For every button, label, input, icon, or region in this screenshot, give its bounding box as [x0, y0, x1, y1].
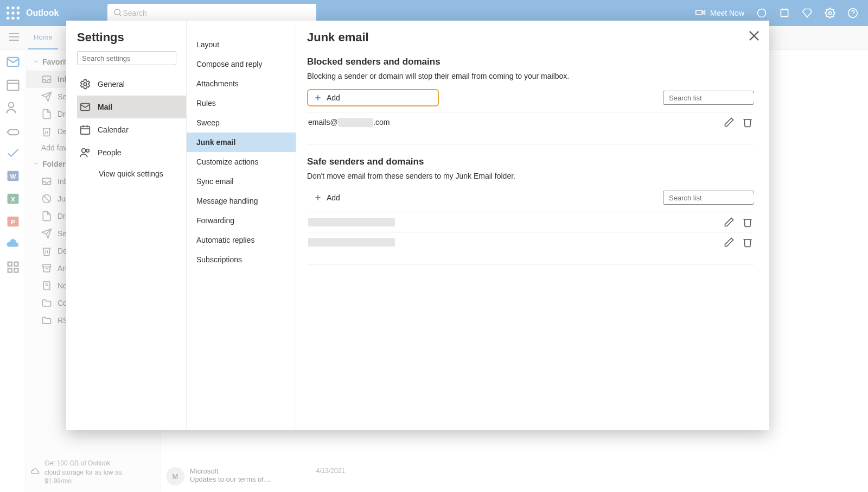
subnav-junk-email[interactable]: Junk email	[187, 133, 296, 152]
pane-title: Junk email	[307, 30, 754, 45]
svg-point-59	[82, 149, 86, 153]
section-divider	[307, 144, 754, 144]
blocked-entry: emails@██████.com	[307, 112, 754, 132]
safe-desc: Don't move email from these senders to m…	[307, 172, 754, 180]
subnav-subscriptions[interactable]: Subscriptions	[187, 250, 296, 269]
safe-entry: hidden	[307, 212, 754, 232]
settings-title: Settings	[77, 30, 186, 45]
subnav-forwarding[interactable]: Forwarding	[187, 211, 296, 230]
settings-item-mail[interactable]: Mail	[77, 96, 186, 118]
delete-icon[interactable]	[742, 237, 753, 248]
blocked-desc: Blocking a sender or domain will stop th…	[307, 72, 754, 80]
search-settings-input[interactable]	[82, 54, 173, 62]
blocked-search-input[interactable]	[669, 94, 760, 102]
safe-heading: Safe senders and domains	[307, 156, 754, 167]
safe-add-button[interactable]: Add	[307, 189, 347, 206]
subnav-automatic-replies[interactable]: Automatic replies	[187, 230, 296, 250]
gear-icon	[79, 78, 91, 90]
svg-rect-55	[81, 127, 90, 135]
safe-senders-section: Safe senders and domains Don't move emai…	[307, 156, 754, 252]
close-icon[interactable]	[746, 28, 762, 43]
svg-point-53	[84, 83, 87, 86]
safe-search[interactable]	[663, 191, 754, 205]
blocked-add-label: Add	[327, 93, 340, 102]
view-quick-settings[interactable]: View quick settings	[77, 164, 186, 184]
safe-address: hidden	[308, 238, 724, 247]
blocked-senders-section: Blocked senders and domains Blocking a s…	[307, 56, 754, 132]
settings-subnav: LayoutCompose and replyAttachmentsRulesS…	[187, 21, 296, 430]
blocked-search[interactable]	[663, 91, 754, 105]
delete-icon[interactable]	[742, 217, 753, 228]
subnav-sweep[interactable]: Sweep	[187, 113, 296, 133]
subnav-attachments[interactable]: Attachments	[187, 74, 296, 93]
subnav-customize-actions[interactable]: Customize actions	[187, 152, 296, 172]
safe-address: hidden	[308, 218, 724, 226]
settings-dialog: Settings GeneralMailCalendarPeople View …	[66, 21, 769, 430]
settings-item-general[interactable]: General	[77, 73, 186, 96]
safe-entry: hidden	[307, 232, 754, 252]
subnav-compose-and-reply[interactable]: Compose and reply	[187, 54, 296, 74]
blocked-address: emails@██████.com	[308, 118, 724, 127]
settings-item-label: Calendar	[98, 125, 129, 134]
svg-point-60	[86, 149, 90, 153]
safe-add-label: Add	[327, 193, 340, 202]
plus-icon	[314, 193, 322, 202]
edit-icon[interactable]	[724, 217, 735, 228]
settings-item-label: People	[98, 148, 122, 157]
safe-search-input[interactable]	[669, 194, 760, 202]
settings-item-calendar[interactable]: Calendar	[77, 118, 186, 141]
people-icon	[79, 147, 91, 159]
subnav-rules[interactable]: Rules	[187, 93, 296, 113]
settings-item-people[interactable]: People	[77, 141, 186, 164]
delete-icon[interactable]	[742, 117, 753, 128]
blocked-add-button[interactable]: Add	[307, 89, 439, 106]
plus-icon	[314, 93, 322, 102]
mail-icon	[79, 101, 91, 113]
settings-pane: Junk email Blocked senders and domains B…	[296, 21, 769, 430]
settings-categories: Settings GeneralMailCalendarPeople View …	[66, 21, 187, 430]
calendar-icon	[79, 124, 91, 136]
section-divider	[307, 264, 754, 264]
blocked-heading: Blocked senders and domains	[307, 56, 754, 67]
edit-icon[interactable]	[724, 237, 735, 248]
settings-item-label: Mail	[98, 103, 112, 111]
settings-item-label: General	[98, 80, 125, 89]
subnav-sync-email[interactable]: Sync email	[187, 172, 296, 191]
subnav-message-handling[interactable]: Message handling	[187, 191, 296, 211]
subnav-layout[interactable]: Layout	[187, 35, 296, 54]
edit-icon[interactable]	[724, 117, 735, 128]
search-settings[interactable]	[77, 51, 176, 65]
